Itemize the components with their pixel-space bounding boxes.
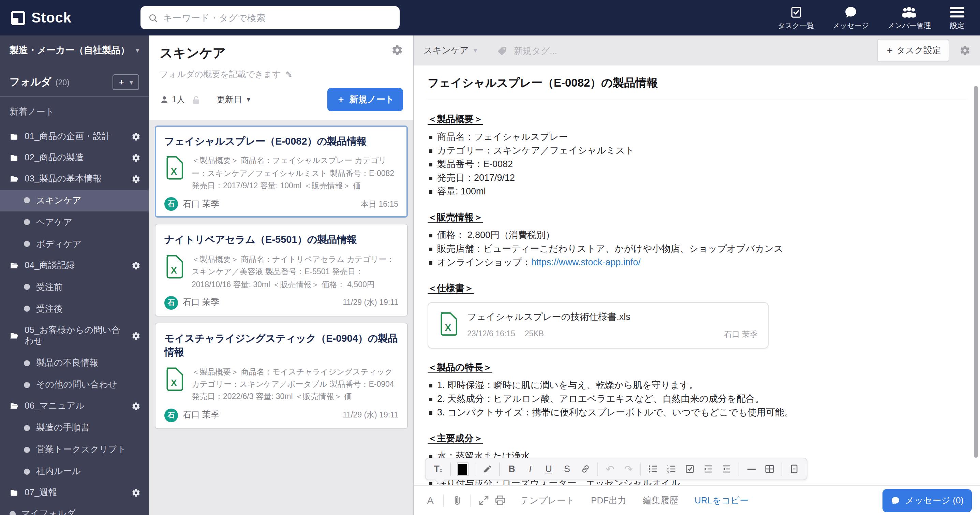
toolbar-toggle-block-icon[interactable]	[785, 460, 803, 478]
note-view: スキンケア ▼ ＋ タスク設定 フェイシャルスプレー（E-0082）の製品情報 …	[413, 35, 980, 515]
attachment-icon[interactable]	[449, 492, 465, 509]
note-settings-gear-icon[interactable]	[959, 45, 970, 56]
toolbar-highlighter-icon[interactable]	[478, 460, 496, 478]
section-heading: ＜製品概要＞	[428, 113, 966, 126]
toolbar-undo-icon[interactable]: ↶	[601, 460, 619, 478]
note-card-time: 本日 16:15	[361, 199, 398, 209]
sidebar-subfolder-item[interactable]: 社内ルール	[0, 461, 149, 482]
folder-gear-icon[interactable]	[132, 153, 140, 163]
add-folder-button[interactable]: ＋ ▼	[113, 74, 139, 90]
attachment-filename: フェイシャルスプレーの技術仕様書.xls	[467, 311, 758, 323]
topnav-tasks[interactable]: タスク一覧	[778, 5, 814, 30]
sidebar-subfolder-item[interactable]: 製造の手順書	[0, 417, 149, 438]
svg-text:3: 3	[667, 470, 669, 474]
sidebar-folder-item[interactable]: 02_商品の製造	[0, 147, 149, 169]
folder-gear-icon[interactable]	[132, 261, 140, 270]
sidebar-subfolder-item[interactable]: ヘアケア	[0, 211, 149, 233]
vertical-scrollbar[interactable]	[974, 86, 978, 458]
toolbar-numbered-list-icon[interactable]: 123	[662, 460, 681, 478]
list-item: 1. 即時保湿：瞬時に肌に潤いを与え、乾燥から肌を守ります。	[428, 379, 966, 392]
sidebar-folder-item[interactable]: 07_週報	[0, 482, 149, 504]
folder-gear-icon[interactable]	[132, 174, 140, 183]
sidebar-folder-item[interactable]: 04_商談記録	[0, 255, 149, 276]
footer-link[interactable]: URLをコピー	[695, 494, 748, 507]
folder-gear-icon[interactable]	[132, 402, 140, 411]
folders-label: フォルダ	[10, 76, 51, 89]
members-icon	[900, 5, 918, 19]
toolbar-underline-icon[interactable]: U	[539, 460, 558, 478]
fullscreen-icon[interactable]	[475, 492, 492, 509]
task-settings-button[interactable]: ＋ タスク設定	[877, 39, 949, 62]
sidebar-subfolder-item[interactable]: 製品の不良情報	[0, 352, 149, 374]
new-tag-input[interactable]	[514, 45, 616, 56]
new-note-button[interactable]: ＋ 新規ノート	[328, 88, 403, 111]
toolbar-link-icon[interactable]	[576, 460, 595, 478]
toolbar-outdent-icon[interactable]	[718, 460, 736, 478]
folder-settings-gear-icon[interactable]	[391, 44, 403, 56]
note-card-time: 11/29 (水) 19:11	[343, 298, 398, 308]
note-card[interactable]: フェイシャルスプレー（E-0082）の製品情報X＜製品概要＞ 商品名：フェイシャ…	[155, 126, 408, 218]
note-folder-selector[interactable]: スキンケア ▼	[423, 44, 479, 57]
topnav-settings[interactable]: 設定	[949, 5, 965, 30]
footer-link[interactable]: 編集履歴	[643, 494, 678, 507]
sidebar-subfolder-item[interactable]: 受注後	[0, 298, 149, 320]
toolbar-bulleted-list-icon[interactable]	[644, 460, 662, 478]
note-editor[interactable]: フェイシャルスプレー（E-0082）の製品情報 ＜製品概要＞商品名：フェイシャル…	[414, 65, 980, 485]
plus-icon: ＋	[117, 77, 126, 88]
toolbar-horizontal-rule-icon[interactable]	[742, 460, 760, 478]
note-card[interactable]: モイスチャライジングスティック（E-0904）の製品情報X＜製品概要＞ 商品名：…	[155, 323, 408, 429]
footer-link[interactable]: PDF出力	[591, 494, 627, 507]
search-box[interactable]	[140, 6, 399, 29]
sidebar-subfolder-item[interactable]: 営業トークスクリプト	[0, 438, 149, 461]
toolbar-italic-icon[interactable]: I	[521, 460, 539, 478]
sidebar-item-new-notes[interactable]: 新着ノート	[0, 97, 149, 121]
toolbar-redo-icon[interactable]: ↷	[619, 460, 638, 478]
toolbar-strikethrough-icon[interactable]: S	[558, 460, 576, 478]
folder-closed-icon	[9, 488, 19, 497]
team-selector[interactable]: 製造・メーカー（自社製品） ▼	[0, 35, 149, 64]
note-section: ＜販売情報＞価格： 2,800円（消費税別）販売店舗：ビューティーこだわりストア…	[428, 212, 966, 269]
topnav-members[interactable]: メンバー管理	[888, 5, 931, 30]
folder-gear-icon[interactable]	[132, 332, 140, 340]
section-list: 商品名：フェイシャルスプレーカテゴリー：スキンケア／フェイシャルミスト製品番号：…	[428, 130, 966, 198]
topnav-messages[interactable]: メッセージ	[833, 5, 869, 30]
attachment-card[interactable]: Xフェイシャルスプレーの技術仕様書.xls23/12/6 16:1525KB石口…	[428, 302, 768, 349]
topnav-label: メッセージ	[833, 21, 869, 30]
sidebar-folder-item[interactable]: 06_マニュアル	[0, 396, 149, 417]
bullet-dot-icon	[24, 284, 30, 290]
list-item: 容量: 100ml	[428, 185, 966, 198]
inline-link[interactable]: https://www.stock-app.info/	[531, 257, 641, 267]
sidebar-folder-item[interactable]: 05_お客様からの問い合わせ	[0, 320, 149, 352]
folder-label: 受注後	[36, 303, 63, 315]
folder-label: 製品の不良情報	[36, 357, 99, 369]
toolbar-indent-icon[interactable]	[699, 460, 718, 478]
sidebar-folder-item[interactable]: マイフォルダ	[0, 504, 149, 515]
attachment-main: フェイシャルスプレーの技術仕様書.xls23/12/6 16:1525KB石口 …	[467, 311, 758, 340]
sidebar-subfolder-item[interactable]: その他の問い合わせ	[0, 374, 149, 396]
folder-gear-icon[interactable]	[132, 132, 140, 141]
sidebar-folder-item[interactable]: 03_製品の基本情報	[0, 169, 149, 190]
topbar: Stock タスク一覧メッセージメンバー管理設定	[0, 0, 980, 35]
sidebar-subfolder-item[interactable]: 受注前	[0, 276, 149, 298]
sidebar-subfolder-item[interactable]: スキンケア	[0, 189, 149, 211]
folder-gear-icon[interactable]	[132, 488, 140, 497]
folder-description-placeholder[interactable]: フォルダの概要を記載できます ✎	[159, 69, 403, 80]
sidebar-subfolder-item[interactable]: ボディケア	[0, 233, 149, 255]
toolbar-text-color-icon[interactable]	[453, 460, 472, 478]
sort-selector[interactable]: 更新日 ▼	[216, 94, 251, 105]
main: 製造・メーカー（自社製品） ▼ フォルダ (20) ＋ ▼ 新着ノート 01_商…	[0, 35, 980, 515]
font-icon[interactable]: A	[422, 492, 439, 509]
bullet-dot-icon	[24, 425, 30, 431]
search-input[interactable]	[163, 13, 392, 23]
footer-link[interactable]: テンプレート	[520, 494, 574, 507]
toolbar-bold-icon[interactable]: B	[503, 460, 521, 478]
toolbar-text-size-icon[interactable]: T↕	[429, 460, 447, 478]
message-button[interactable]: メッセージ (0)	[883, 489, 972, 512]
avatar: 石	[164, 296, 178, 310]
sidebar-folder-item[interactable]: 01_商品の企画・設計	[0, 126, 149, 147]
print-icon[interactable]	[492, 492, 508, 509]
toolbar-table-icon[interactable]	[760, 460, 779, 478]
toolbar-checklist-icon[interactable]	[681, 460, 699, 478]
note-card[interactable]: ナイトリペアセラム（E-5501）の製品情報X＜製品概要＞ 商品名：ナイトリペア…	[155, 224, 408, 317]
members-count[interactable]: 1人	[172, 94, 185, 105]
